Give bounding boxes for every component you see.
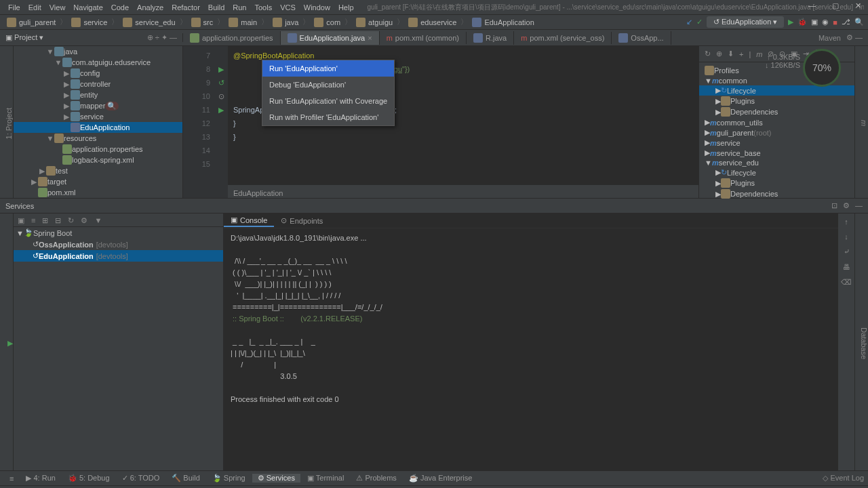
tab-eduapplication[interactable]: EduApplication.java × — [281, 31, 380, 45]
maven-item[interactable]: ▶ m guli_parent (root) — [699, 127, 854, 138]
con-clear-icon[interactable]: ⌫ — [841, 278, 852, 287]
maven-item[interactable]: ▶ Dependencies — [699, 188, 854, 199]
svc-settings-icon[interactable]: ⊡ — [831, 201, 837, 210]
console-tab[interactable]: ▣ Console — [224, 214, 274, 227]
tree-item[interactable]: ▼ com.atguigu.eduservice — [14, 57, 182, 68]
menu-navigate[interactable]: Navigate — [69, 3, 106, 12]
maven-item[interactable]: ▼ m service_edu — [699, 158, 854, 167]
vcs-commit-icon[interactable]: ✓ — [696, 18, 703, 26]
maven-item[interactable]: ▶ Dependencies — [699, 106, 854, 117]
tree-item[interactable]: ▶ target — [14, 176, 182, 187]
bt-debug[interactable]: 🐞 5: Debug — [62, 474, 115, 483]
con-print-icon[interactable]: 🖶 — [843, 263, 850, 271]
svc-gear-icon[interactable]: ⚙ — [843, 201, 850, 210]
tab-pom-oss[interactable]: mpom.xml (service_oss) — [514, 32, 612, 44]
bt-terminal[interactable]: ▣ Terminal — [302, 474, 349, 483]
tab-app-properties[interactable]: application.properties — [183, 31, 281, 45]
minimize-icon[interactable]: — — [804, 1, 820, 10]
tree-item[interactable]: ▶ mapper 🔍 — [14, 100, 182, 111]
tree-item[interactable]: application.properties — [14, 144, 182, 155]
menu-edit[interactable]: Edit — [24, 3, 45, 12]
menu-vcs[interactable]: VCS — [276, 3, 300, 12]
maven-download-icon[interactable]: ⬇ — [728, 49, 734, 58]
tree-item[interactable]: ▶ config — [14, 68, 182, 79]
bt-run[interactable]: ▶ 4: Run — [20, 474, 60, 483]
editor[interactable]: 789101112131415 ▶↺⊙▶ @SpringBootApplicat… — [183, 46, 698, 198]
sidebar-project[interactable]: 1: Project — [5, 108, 13, 139]
tree-item[interactable]: ▶ entity — [14, 89, 182, 100]
debug-button[interactable]: 🐞 — [797, 18, 807, 26]
maven-add-icon[interactable]: ⊕ — [716, 49, 722, 58]
crumb[interactable]: atguigu — [353, 18, 395, 27]
tab-ossapp[interactable]: OssApp... — [612, 31, 671, 45]
tree-item[interactable]: logback-spring.xml — [14, 155, 182, 165]
maven-m-icon[interactable]: m — [756, 50, 762, 58]
menu-refactor[interactable]: Refactor — [167, 3, 204, 12]
con-down-icon[interactable]: ↓ — [844, 232, 848, 241]
bt-services[interactable]: ⚙ Services — [252, 474, 300, 483]
run-button[interactable]: ▶ — [788, 18, 793, 26]
maven-settings-icon[interactable]: ⚙ — — [846, 33, 863, 42]
project-tree[interactable]: ▼ java▼ com.atguigu.eduservice▶ config▶ … — [14, 46, 183, 198]
close-icon[interactable]: ✕ — [851, 1, 865, 10]
stop-button[interactable]: ■ — [833, 18, 837, 26]
maven-plus-icon[interactable]: + — [739, 50, 743, 58]
crumb[interactable]: service_edu — [120, 18, 178, 27]
maven-item[interactable]: ▶ ↻ Lifecycle — [699, 167, 854, 178]
sidebar-maven[interactable]: m — [860, 120, 868, 126]
project-tool-label[interactable]: ▣ Project ▾ — [5, 33, 43, 42]
menu-build[interactable]: Build — [204, 3, 229, 12]
event-log[interactable]: ◇ Event Log — [823, 474, 864, 483]
tree-item[interactable]: ▶ test — [14, 165, 182, 176]
con-up-icon[interactable]: ↑ — [844, 218, 848, 226]
console-output[interactable]: D:\java\Java\jdk1.8.0_191\bin\java.exe .… — [224, 228, 838, 470]
bt-build[interactable]: 🔨 Build — [166, 474, 205, 483]
maven-item[interactable]: ▶ m service_base — [699, 148, 854, 158]
run-config-dropdown[interactable]: ↺ EduApplication ▾ — [707, 16, 785, 28]
maven-item[interactable]: ▶ m common_utils — [699, 117, 854, 127]
tree-item[interactable]: ▶ service — [14, 111, 182, 122]
ctx-debug[interactable]: Debug 'EduApplication' — [262, 77, 394, 93]
cpu-gauge[interactable]: 70% — [803, 49, 841, 87]
crumb[interactable]: src — [189, 18, 216, 27]
svc-root[interactable]: ▼ 🍃 Spring Boot — [14, 227, 223, 239]
sidebar-db[interactable]: Database — [860, 327, 868, 359]
svc-run-icon[interactable]: ▶ — [7, 339, 13, 348]
tab-r-java[interactable]: R.java — [467, 31, 514, 45]
menu-analyze[interactable]: Analyze — [133, 3, 167, 12]
services-label[interactable]: Services — [5, 202, 34, 210]
ctx-profiler[interactable]: Run with Profiler 'EduApplication' — [262, 109, 394, 125]
tree-item[interactable]: pom.xml — [14, 187, 182, 198]
menu-run[interactable]: Run — [229, 3, 250, 12]
ctx-run[interactable]: Run 'EduApplication' — [262, 60, 394, 77]
crumb[interactable]: service — [68, 18, 110, 27]
bt-todo[interactable]: ✓ 6: TODO — [117, 474, 165, 483]
menu-code[interactable]: Code — [107, 3, 133, 12]
maven-tool-label[interactable]: Maven — [818, 34, 841, 42]
bt-javaee[interactable]: ☕ Java Enterprise — [403, 474, 477, 483]
svc-item-oss[interactable]: ↺ OssApplication[devtools] — [14, 239, 223, 250]
gutter-icons[interactable]: ▶↺⊙▶ — [214, 46, 228, 198]
crumb-root[interactable]: guli_parent — [4, 18, 58, 27]
tree-item[interactable]: ▼ resources — [14, 133, 182, 144]
bt-msgs[interactable]: ≡ — [4, 474, 19, 483]
search-icon[interactable]: 🔍 — [854, 18, 864, 26]
menu-view[interactable]: View — [45, 3, 70, 12]
ctx-coverage[interactable]: Run 'EduApplication' with Coverage — [262, 93, 394, 109]
crumb[interactable]: main — [226, 18, 260, 27]
con-wrap-icon[interactable]: ⤶ — [844, 247, 850, 256]
git-branch-icon[interactable]: ⎇ — [842, 18, 850, 26]
profile-button[interactable]: ◉ — [822, 18, 829, 26]
maven-item[interactable]: ▶ ↻ Lifecycle — [699, 85, 854, 96]
menu-help[interactable]: Help — [334, 3, 358, 12]
crumb[interactable]: java — [270, 18, 301, 27]
tree-item[interactable]: ▶ controller — [14, 79, 182, 89]
endpoints-tab[interactable]: ⊙ Endpoints — [274, 215, 330, 226]
svc-tree-toolbar[interactable]: ▣≡⊞⊟↻⚙▼ — [14, 215, 223, 227]
svc-debug-icon[interactable]: 🐞 — [0, 339, 1, 348]
crumb-file[interactable]: EduApplication — [469, 18, 536, 27]
maven-item[interactable]: ▶ m service — [699, 138, 854, 148]
maximize-icon[interactable]: ▢ — [828, 1, 843, 10]
tree-item[interactable]: ▼ java — [14, 46, 182, 57]
maven-refresh-icon[interactable]: ↻ — [705, 49, 711, 58]
